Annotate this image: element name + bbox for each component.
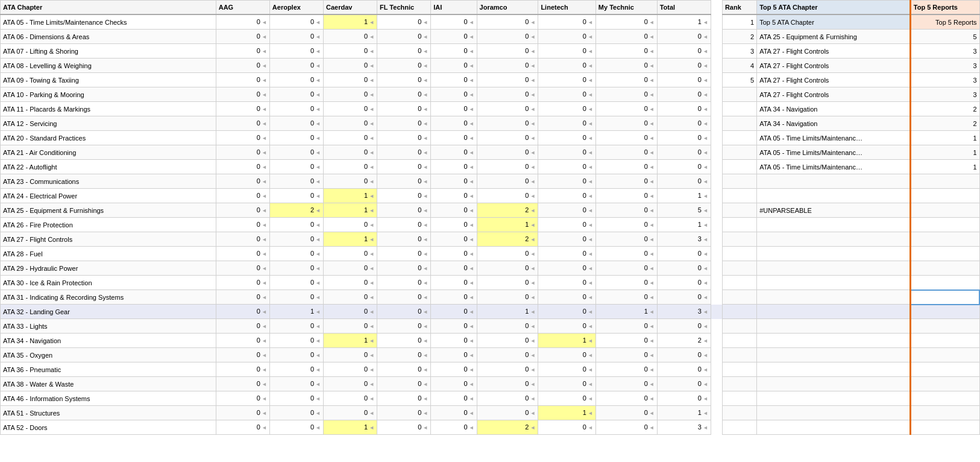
spark-icon: ◄ xyxy=(262,176,267,187)
spark-icon: ◄ xyxy=(703,321,708,332)
spark-icon: ◄ xyxy=(469,408,474,419)
cell-iai: 0◄ xyxy=(431,334,477,348)
spark-icon: ◄ xyxy=(369,31,374,42)
cell-total: 1◄ xyxy=(657,189,711,203)
spark-icon: ◄ xyxy=(422,408,428,419)
cell-top5-ata xyxy=(757,420,911,435)
cell-value: 0 xyxy=(257,306,260,317)
cell-fl-technic: 0◄ xyxy=(377,420,431,435)
cell-top5-ata: ATA 27 - Flight Controls xyxy=(757,87,911,102)
cell-value: 3 xyxy=(698,233,702,244)
cell-rank xyxy=(722,362,756,377)
cell-fl-technic: 0◄ xyxy=(377,102,431,116)
spark-icon: ◄ xyxy=(703,292,708,303)
cell-gap xyxy=(711,247,722,261)
cell-value: 0 xyxy=(310,74,314,85)
cell-gap xyxy=(711,420,722,435)
cell-value: 0 xyxy=(525,118,529,128)
spark-icon: ◄ xyxy=(422,147,428,158)
cell-value: 0 xyxy=(525,277,529,288)
spark-icon: ◄ xyxy=(469,104,474,115)
spark-icon: ◄ xyxy=(649,379,655,390)
cell-value: 0 xyxy=(418,132,421,143)
cell-value: 0 xyxy=(583,132,586,143)
spark-icon: ◄ xyxy=(530,350,535,361)
table-row: ATA 11 - Placards & Markings0◄0◄0◄0◄0◄0◄… xyxy=(1,102,980,116)
spark-icon: ◄ xyxy=(530,60,535,71)
cell-top5-ata xyxy=(757,305,911,319)
cell-caerdav: 0◄ xyxy=(323,362,377,377)
cell-joramco: 0◄ xyxy=(477,334,538,348)
spark-icon: ◄ xyxy=(369,46,374,57)
cell-top5-reports xyxy=(910,377,979,391)
cell-value: 1 xyxy=(310,306,314,317)
spark-icon: ◄ xyxy=(649,205,655,216)
cell-value: 0 xyxy=(364,407,368,418)
cell-value: 0 xyxy=(644,89,648,100)
cell-gap xyxy=(711,160,722,174)
cell-joramco: 0◄ xyxy=(477,247,538,261)
cell-caerdav: 0◄ xyxy=(323,406,377,420)
spark-icon: ◄ xyxy=(588,335,593,346)
cell-total: 0◄ xyxy=(657,290,711,305)
cell-value: 0 xyxy=(257,233,260,244)
table-row: ATA 23 - Communications0◄0◄0◄0◄0◄0◄0◄0◄0… xyxy=(1,174,980,189)
table-row: ATA 25 - Equipment & Furnishings0◄2◄1◄0◄… xyxy=(1,203,980,218)
cell-rank: 1 xyxy=(722,14,756,30)
spark-icon: ◄ xyxy=(469,306,474,317)
cell-iai: 0◄ xyxy=(431,87,477,102)
cell-joramco: 0◄ xyxy=(477,30,538,44)
cell-total: 0◄ xyxy=(657,348,711,362)
cell-rank xyxy=(722,391,756,406)
cell-value: 0 xyxy=(257,16,260,27)
spark-icon: ◄ xyxy=(530,205,535,216)
cell-value: 0 xyxy=(698,118,702,128)
cell-value: 0 xyxy=(698,103,702,114)
cell-value: 0 xyxy=(525,89,529,100)
cell-rank xyxy=(722,334,756,348)
cell-iai: 0◄ xyxy=(431,59,477,73)
cell-value: 0 xyxy=(418,291,421,302)
cell-value: 0 xyxy=(583,349,586,360)
spark-icon: ◄ xyxy=(369,17,374,28)
cell-gap xyxy=(711,174,722,189)
cell-value: 0 xyxy=(583,393,586,403)
cell-value: 1 xyxy=(364,422,368,432)
spark-icon: ◄ xyxy=(530,75,535,86)
spark-icon: ◄ xyxy=(422,176,428,187)
cell-my-technic: 0◄ xyxy=(595,247,657,261)
cell-value: 2 xyxy=(310,204,314,215)
cell-my-technic: 0◄ xyxy=(595,348,657,362)
spark-icon: ◄ xyxy=(262,350,267,361)
cell-value: 0 xyxy=(525,132,529,143)
cell-joramco: 2◄ xyxy=(477,232,538,247)
cell-my-technic: 0◄ xyxy=(595,174,657,189)
cell-value: 0 xyxy=(464,364,468,375)
spark-icon: ◄ xyxy=(315,277,321,288)
cell-total: 0◄ xyxy=(657,30,711,44)
cell-aeroplex: 0◄ xyxy=(269,160,323,174)
spark-icon: ◄ xyxy=(649,89,655,100)
cell-value: 0 xyxy=(644,277,648,288)
cell-gap xyxy=(711,203,722,218)
spark-icon: ◄ xyxy=(469,321,474,332)
main-table: ATA Chapter AAG Aeroplex Caerdav FL Tech… xyxy=(0,0,980,435)
spark-icon: ◄ xyxy=(469,89,474,100)
cell-rank xyxy=(722,348,756,362)
cell-value: 0 xyxy=(698,176,702,186)
cell-caerdav: 1◄ xyxy=(323,420,377,435)
spark-icon: ◄ xyxy=(588,118,593,129)
cell-rank xyxy=(722,218,756,232)
cell-aeroplex: 0◄ xyxy=(269,406,323,420)
cell-fl-technic: 0◄ xyxy=(377,174,431,189)
cell-joramco: 0◄ xyxy=(477,145,538,160)
cell-value: 0 xyxy=(525,378,529,389)
cell-value: 0 xyxy=(698,132,702,143)
cell-aeroplex: 0◄ xyxy=(269,59,323,73)
cell-value: 0 xyxy=(464,176,468,186)
cell-fl-technic: 0◄ xyxy=(377,87,431,102)
cell-linetech: 0◄ xyxy=(538,319,595,334)
spark-icon: ◄ xyxy=(315,263,321,274)
spark-icon: ◄ xyxy=(422,335,428,346)
cell-value: 0 xyxy=(464,74,468,85)
